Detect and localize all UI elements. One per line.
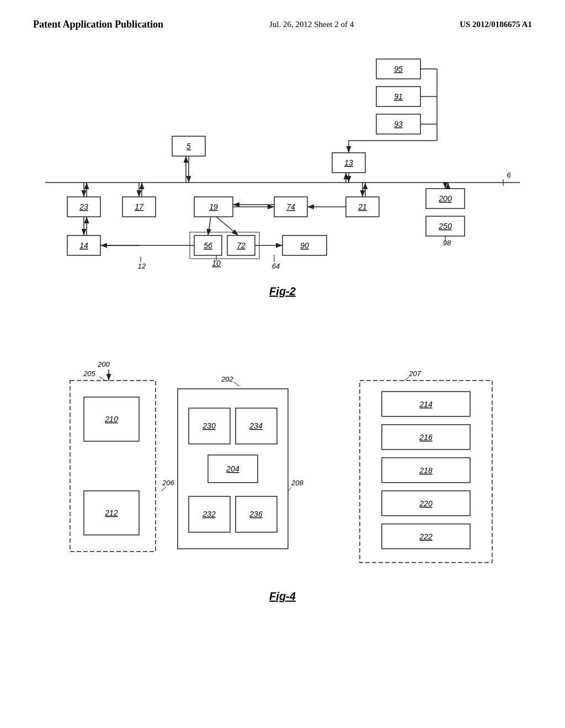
svg-text:214: 214 — [419, 400, 433, 409]
svg-line-89 — [234, 382, 239, 386]
header-title: Patent Application Publication — [33, 18, 163, 31]
svg-text:21: 21 — [358, 202, 367, 211]
svg-text:234: 234 — [249, 421, 263, 430]
svg-text:220: 220 — [419, 499, 433, 508]
svg-text:204: 204 — [226, 464, 239, 473]
svg-text:218: 218 — [419, 466, 433, 475]
svg-text:207: 207 — [408, 370, 421, 378]
fig2-area: 95 91 93 5 13 6 — [0, 37, 565, 325]
page-header: Patent Application Publication Jul. 26, … — [0, 0, 565, 37]
fig4-svg: 200 205 210 212 206 202 208 230 234 — [45, 336, 520, 585]
svg-text:222: 222 — [419, 532, 433, 541]
svg-text:232: 232 — [202, 510, 216, 518]
svg-line-63 — [208, 217, 211, 235]
svg-text:250: 250 — [438, 222, 452, 231]
svg-text:95: 95 — [394, 65, 403, 73]
svg-line-80 — [99, 377, 105, 381]
svg-text:56: 56 — [204, 241, 212, 250]
fig2-label: Fig-2 — [33, 285, 532, 298]
header-patent-number: US 2012/0186675 A1 — [460, 18, 532, 29]
svg-text:19: 19 — [209, 202, 218, 211]
svg-text:5: 5 — [186, 142, 191, 151]
svg-text:208: 208 — [291, 479, 303, 487]
svg-text:23: 23 — [79, 202, 88, 211]
svg-line-103 — [404, 377, 409, 381]
svg-text:236: 236 — [249, 510, 263, 518]
svg-text:202: 202 — [221, 375, 233, 383]
svg-text:93: 93 — [394, 120, 403, 129]
fig2-svg: 95 91 93 5 13 6 — [34, 48, 531, 280]
svg-text:17: 17 — [135, 202, 144, 211]
svg-text:200: 200 — [97, 360, 110, 368]
svg-text:206: 206 — [162, 479, 174, 487]
svg-text:212: 212 — [104, 508, 118, 517]
fig4-area: 200 205 210 212 206 202 208 230 234 — [0, 325, 565, 630]
svg-text:205: 205 — [83, 370, 95, 378]
svg-text:74: 74 — [286, 202, 295, 211]
svg-text:12: 12 — [138, 262, 146, 270]
svg-line-91 — [288, 488, 291, 491]
svg-text:13: 13 — [344, 158, 353, 167]
header-date-sheet: Jul. 26, 2012 Sheet 2 of 4 — [269, 18, 354, 29]
svg-text:230: 230 — [202, 421, 216, 430]
svg-text:210: 210 — [104, 415, 118, 424]
fig4-label: Fig-4 — [33, 590, 532, 603]
svg-text:14: 14 — [79, 241, 88, 250]
svg-text:98: 98 — [443, 239, 451, 247]
svg-line-64 — [216, 217, 238, 235]
svg-text:90: 90 — [300, 241, 309, 250]
svg-text:64: 64 — [272, 262, 280, 270]
svg-text:200: 200 — [438, 194, 452, 203]
svg-text:91: 91 — [394, 92, 403, 101]
svg-text:216: 216 — [419, 433, 433, 442]
svg-text:72: 72 — [237, 241, 246, 250]
svg-text:6: 6 — [507, 171, 511, 179]
svg-line-86 — [161, 487, 166, 491]
